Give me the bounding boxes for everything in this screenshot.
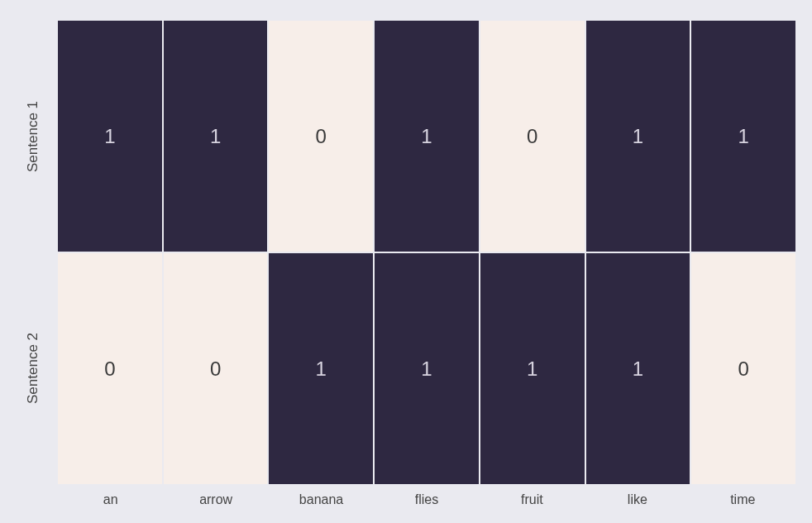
heatmap-cell: 0	[480, 21, 585, 252]
x-axis-labels: an arrow banana flies fruit like time	[58, 492, 795, 507]
heatmap-cell: 1	[269, 253, 373, 484]
x-label-0: an	[58, 492, 163, 507]
y-axis-labels: Sentence 1 Sentence 2	[17, 21, 50, 484]
x-label-1: arrow	[163, 492, 268, 507]
heatmap-chart: 11010110011110	[58, 21, 795, 484]
y-label-0: Sentence 1	[17, 21, 50, 252]
heatmap-cell: 0	[269, 21, 373, 252]
heatmap-cell: 1	[480, 253, 585, 484]
heatmap-cell: 0	[691, 253, 795, 484]
heatmap-cell: 1	[58, 21, 162, 252]
x-label-5: like	[585, 492, 690, 507]
heatmap-grid: 11010110011110	[58, 21, 795, 484]
heatmap-cell: 0	[58, 253, 162, 484]
heatmap-cell: 1	[375, 21, 479, 252]
heatmap-cell: 1	[586, 21, 690, 252]
y-label-1: Sentence 2	[17, 252, 50, 484]
heatmap-cell: 1	[375, 253, 479, 484]
x-label-3: flies	[374, 492, 479, 507]
heatmap-cell: 1	[164, 21, 268, 252]
heatmap-cell: 0	[164, 253, 268, 484]
x-label-2: banana	[269, 492, 374, 507]
heatmap-cell: 1	[691, 21, 795, 252]
x-label-6: time	[690, 492, 795, 507]
heatmap-cell: 1	[586, 253, 690, 484]
x-label-4: fruit	[480, 492, 585, 507]
